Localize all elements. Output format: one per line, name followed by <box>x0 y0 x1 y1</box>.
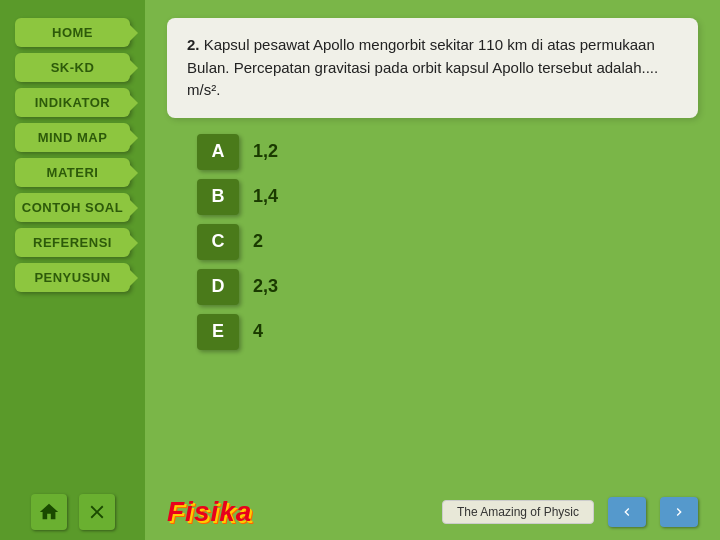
sidebar-item-penyusun[interactable]: PENYUSUN <box>15 263 130 292</box>
options-container: A1,2B1,4C2D2,3E4 <box>167 134 698 350</box>
sidebar: HOMESK-KDINDIKATORMIND MAPMATERICONTOH S… <box>0 0 145 540</box>
amazing-label: The Amazing of Physic <box>442 500 594 524</box>
option-letter-e: E <box>197 314 239 350</box>
main-content: 2. Kapsul pesawat Apollo mengorbit sekit… <box>145 0 720 540</box>
option-value-a: 1,2 <box>253 141 278 162</box>
sidebar-item-materi[interactable]: MATERI <box>15 158 130 187</box>
sidebar-item-referensi[interactable]: REFERENSI <box>15 228 130 257</box>
sidebar-item-mind-map[interactable]: MIND MAP <box>15 123 130 152</box>
sidebar-item-indikator[interactable]: INDIKATOR <box>15 88 130 117</box>
option-row-d[interactable]: D2,3 <box>197 269 668 305</box>
question-box: 2. Kapsul pesawat Apollo mengorbit sekit… <box>167 18 698 118</box>
footer: Fisika The Amazing of Physic <box>167 488 698 528</box>
fisika-label: Fisika <box>167 496 252 528</box>
option-row-b[interactable]: B1,4 <box>197 179 668 215</box>
close-button[interactable] <box>79 494 115 530</box>
option-value-e: 4 <box>253 321 263 342</box>
option-value-b: 1,4 <box>253 186 278 207</box>
option-letter-b: B <box>197 179 239 215</box>
prev-button[interactable] <box>608 497 646 527</box>
option-letter-a: A <box>197 134 239 170</box>
sidebar-item-sk-kd[interactable]: SK-KD <box>15 53 130 82</box>
sidebar-item-contoh-soal[interactable]: CONTOH SOAL <box>15 193 130 222</box>
sidebar-bottom <box>31 494 115 530</box>
question-number: 2. <box>187 36 200 53</box>
sidebar-item-home[interactable]: HOME <box>15 18 130 47</box>
option-row-e[interactable]: E4 <box>197 314 668 350</box>
option-value-d: 2,3 <box>253 276 278 297</box>
question-text: Kapsul pesawat Apollo mengorbit sekitar … <box>187 36 658 98</box>
option-letter-c: C <box>197 224 239 260</box>
option-row-a[interactable]: A1,2 <box>197 134 668 170</box>
option-value-c: 2 <box>253 231 263 252</box>
fisika-logo: Fisika <box>167 496 252 528</box>
home-button[interactable] <box>31 494 67 530</box>
option-letter-d: D <box>197 269 239 305</box>
option-row-c[interactable]: C2 <box>197 224 668 260</box>
next-button[interactable] <box>660 497 698 527</box>
